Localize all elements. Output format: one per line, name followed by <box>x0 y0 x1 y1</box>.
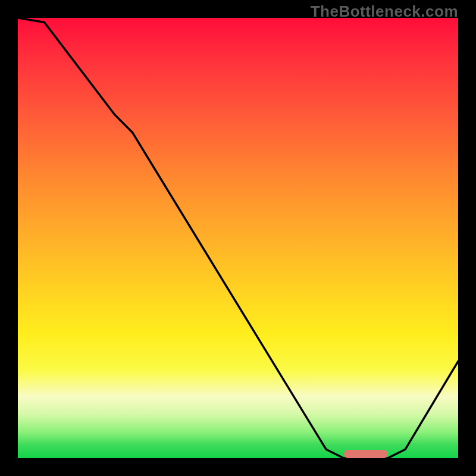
chart-container: TheBottleneck.com <box>0 0 476 476</box>
optimal-range-marker <box>344 450 388 458</box>
bottleneck-curve <box>18 18 458 458</box>
plot-area <box>18 18 458 458</box>
